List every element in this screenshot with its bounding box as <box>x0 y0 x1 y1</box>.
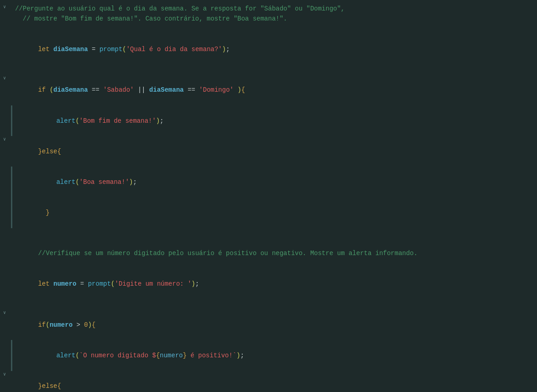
border-5 <box>11 65 12 75</box>
line-text-15: if(numero > 0){ <box>15 309 537 340</box>
code-line-2: // mostre "Bom fim de semana!". Caso con… <box>0 14 537 24</box>
fold-arrow-6[interactable]: ∨ <box>2 75 7 82</box>
code-line-16: alert(`O numero digitado ${numero} é pos… <box>0 340 537 371</box>
border-14 <box>11 299 12 309</box>
gutter-8: ∨ <box>2 136 11 143</box>
code-line-1: ∨ //Pergunte ao usuário qual é o dia da … <box>0 4 537 14</box>
border-15 <box>11 309 12 340</box>
border-1 <box>11 4 12 14</box>
code-line-6: ∨ if (diaSemana == 'Sabado' || diaSemana… <box>0 75 537 105</box>
border-10 <box>11 198 12 228</box>
border-17 <box>11 371 12 392</box>
line-text-1: //Pergunte ao usuário qual é o dia da se… <box>15 4 537 14</box>
code-line-9: alert('Boa semana!'); <box>0 167 537 197</box>
code-line-7: alert('Bom fim de semana!'); <box>0 105 537 136</box>
code-line-5 <box>0 65 537 75</box>
line-text-17: }else{ <box>15 371 537 392</box>
code-line-8: ∨ }else{ <box>0 136 537 167</box>
line-text-2: // mostre "Bom fim de semana!". Caso con… <box>15 14 537 24</box>
border-9 <box>11 167 12 197</box>
line-text-6: if (diaSemana == 'Sabado' || diaSemana =… <box>15 75 537 105</box>
code-line-15: ∨ if(numero > 0){ <box>0 309 537 340</box>
line-text-16: alert(`O numero digitado ${numero} é pos… <box>15 340 537 371</box>
line-text-8: }else{ <box>15 136 537 167</box>
code-line-4: let diaSemana = prompt('Qual é o dia da … <box>0 34 537 65</box>
border-3 <box>11 24 12 34</box>
border-7 <box>11 105 12 136</box>
border-11 <box>11 228 12 238</box>
fold-arrow-1[interactable]: ∨ <box>2 4 7 11</box>
border-13 <box>11 269 12 299</box>
line-text-7: alert('Bom fim de semana!'); <box>15 105 537 136</box>
border-4 <box>11 34 12 65</box>
line-text-10: } <box>15 198 537 228</box>
code-line-11 <box>0 228 537 238</box>
border-8 <box>11 136 12 167</box>
code-line-10: } <box>0 198 537 228</box>
line-text-4: let diaSemana = prompt('Qual é o dia da … <box>15 34 537 65</box>
gutter-6: ∨ <box>2 75 11 82</box>
code-editor: ∨ //Pergunte ao usuário qual é o dia da … <box>0 0 537 392</box>
border-2 <box>11 14 12 24</box>
border-12 <box>11 238 12 269</box>
line-text-13: let numero = prompt('Digite um número: '… <box>15 269 537 299</box>
line-text-12: //Verifique se um número digitado pelo u… <box>15 238 537 269</box>
code-line-3 <box>0 24 537 34</box>
code-line-17: ∨ }else{ <box>0 371 537 392</box>
gutter-1: ∨ <box>2 4 11 11</box>
code-line-12: //Verifique se um número digitado pelo u… <box>0 238 537 269</box>
gutter-17: ∨ <box>2 371 11 378</box>
border-6 <box>11 75 12 105</box>
code-line-13: let numero = prompt('Digite um número: '… <box>0 269 537 299</box>
gutter-15: ∨ <box>2 309 11 317</box>
fold-arrow-8[interactable]: ∨ <box>2 136 7 143</box>
code-line-14 <box>0 299 537 309</box>
line-text-9: alert('Boa semana!'); <box>15 167 537 197</box>
fold-arrow-15[interactable]: ∨ <box>2 309 7 317</box>
border-16 <box>11 340 12 371</box>
fold-arrow-17[interactable]: ∨ <box>2 371 7 378</box>
